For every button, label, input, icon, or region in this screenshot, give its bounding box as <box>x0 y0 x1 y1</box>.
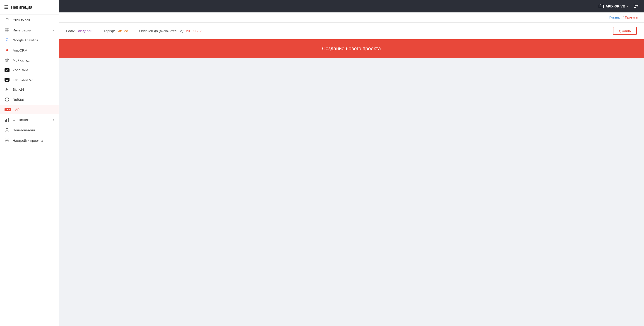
breadcrumb-separator: / <box>623 15 624 19</box>
clock-icon: ⏱ <box>4 18 10 22</box>
sidebar-item-label: Интеграция <box>13 28 49 32</box>
breadcrumb: Главная / Проекты <box>609 15 638 19</box>
roistat-icon <box>4 97 10 102</box>
sidebar-item-label: RoiStat <box>13 98 54 102</box>
users-icon <box>4 128 10 132</box>
paid-field: Оплачен до (включительно): 2019-12-29 <box>139 29 204 33</box>
sidebar-item-label: Click to call <box>13 18 54 22</box>
svg-rect-3 <box>7 30 9 32</box>
role-field: Роль: Владелец <box>66 29 92 33</box>
account-bar: Роль: Владелец Тариф: Бизнес Оплачен до … <box>59 23 644 39</box>
sidebar-item-label: AmoCRM <box>13 48 54 52</box>
new-project-button[interactable]: Создание нового проекта <box>59 39 644 58</box>
svg-rect-5 <box>6 61 8 62</box>
chevron-down-icon: ▾ <box>52 28 54 32</box>
paid-value: 2019-12-29 <box>186 29 204 33</box>
sidebar-item-bitrix24[interactable]: 24 Bitrix24 <box>0 85 59 94</box>
sidebar: ☰ Навигация ⏱ Click to call Интеграция ▾… <box>0 0 59 326</box>
sidebar-item-moy-sklad[interactable]: Мой склад <box>0 55 59 65</box>
sidebar-item-users[interactable]: Пользователи <box>0 125 59 135</box>
svg-rect-7 <box>5 120 6 122</box>
brand-chevron-icon: ▾ <box>627 5 628 8</box>
sidebar-item-api[interactable]: DEV API <box>0 105 59 114</box>
sidebar-item-label: API <box>15 108 54 112</box>
sidebar-item-zohocrm-v2[interactable]: Z ZohoCRM V2 <box>0 75 59 85</box>
sidebar-item-label: Bitrix24 <box>13 88 54 91</box>
sidebar-item-label: ZohoCRM V2 <box>13 78 54 82</box>
breadcrumb-home[interactable]: Главная <box>609 15 621 19</box>
svg-rect-4 <box>5 60 9 62</box>
sidebar-item-zohocrm[interactable]: Z ZohoCRM <box>0 65 59 75</box>
brand-menu[interactable]: APIX-DRIVE ▾ <box>599 3 628 9</box>
tariff-field: Тариф: Бизнес <box>104 29 128 33</box>
content-body: Создание нового проекта <box>59 39 644 326</box>
sidebar-item-statistics[interactable]: Статистика › <box>0 114 59 125</box>
sidebar-header: ☰ Навигация <box>0 0 59 15</box>
main-area: APIX-DRIVE ▾ Главная / Проекты Роль: Вла… <box>59 0 644 326</box>
dev-badge: DEV <box>4 108 11 111</box>
settings-icon <box>4 138 10 143</box>
topbar: APIX-DRIVE ▾ <box>59 0 644 12</box>
sidebar-item-google-analytics[interactable]: G Google Analytics <box>0 35 59 45</box>
sidebar-item-integration[interactable]: Интеграция ▾ <box>0 25 59 35</box>
svg-rect-9 <box>8 118 8 122</box>
sidebar-item-label: Настройки проекта <box>13 139 54 143</box>
bitrix-icon: 24 <box>4 88 10 91</box>
svg-rect-2 <box>5 30 7 32</box>
integration-icon <box>4 28 10 32</box>
zoho-icon: Z <box>4 68 10 72</box>
brand-name: APIX-DRIVE <box>606 4 625 8</box>
sidebar-item-label: ZohoCRM <box>13 68 54 72</box>
svg-point-12 <box>6 140 8 141</box>
hamburger-icon[interactable]: ☰ <box>4 4 8 10</box>
role-value: Владелец <box>76 29 92 33</box>
google-icon: G <box>4 38 10 42</box>
tariff-value: Бизнес <box>117 29 128 33</box>
tariff-label: Тариф: <box>104 29 115 33</box>
svg-rect-13 <box>599 5 604 8</box>
zoho-v2-icon: Z <box>4 78 10 82</box>
sidebar-item-project-settings[interactable]: Настройки проекта <box>0 135 59 146</box>
role-label: Роль: <box>66 29 75 33</box>
svg-rect-1 <box>7 28 9 30</box>
paid-label: Оплачен до (включительно): <box>139 29 184 33</box>
stats-icon <box>4 117 10 122</box>
svg-rect-8 <box>6 119 7 122</box>
sidebar-item-click-to-call[interactable]: ⏱ Click to call <box>0 15 59 25</box>
sidebar-item-label: Статистика <box>13 118 50 122</box>
svg-rect-0 <box>5 28 7 30</box>
logout-button[interactable] <box>634 3 638 9</box>
warehouse-icon <box>4 58 10 62</box>
briefcase-icon <box>599 3 604 9</box>
amo-icon: a <box>4 48 10 52</box>
sidebar-item-label: Пользователи <box>13 128 54 132</box>
delete-button[interactable]: Удалить <box>613 27 637 35</box>
breadcrumb-current: Проекты <box>625 15 638 19</box>
content-area: Главная / Проекты Роль: Владелец Тариф: … <box>59 12 644 326</box>
chevron-right-icon: › <box>53 118 54 121</box>
breadcrumb-bar: Главная / Проекты <box>59 12 644 23</box>
svg-point-11 <box>6 128 8 130</box>
sidebar-item-label: Мой склад <box>13 58 54 62</box>
sidebar-item-label: Google Analytics <box>13 38 54 42</box>
sidebar-item-roistat[interactable]: RoiStat <box>0 94 59 105</box>
sidebar-title: Навигация <box>11 5 32 10</box>
sidebar-item-amocrm[interactable]: a AmoCRM <box>0 45 59 55</box>
